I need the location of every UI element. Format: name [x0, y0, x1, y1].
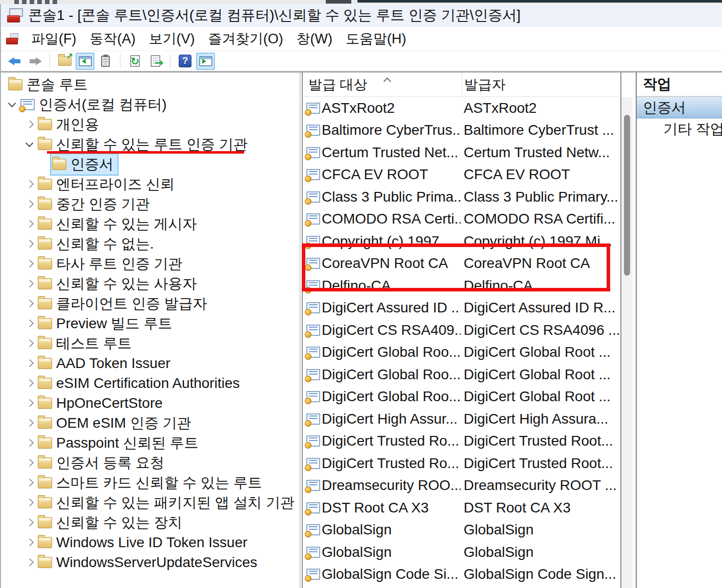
table-row[interactable]: DST Root CA X3DST Root CA X3 [303, 497, 620, 519]
tree-item-label-wrap[interactable]: 인증서(로컬 컴퓨터) [18, 93, 172, 116]
tree-item-label-wrap[interactable]: 엔터프라이즈 신뢰 [36, 173, 180, 195]
chevron-right-icon[interactable] [23, 477, 36, 489]
scrollbar-thumb[interactable] [624, 115, 630, 276]
clipboard-button[interactable] [96, 53, 115, 70]
chevron-right-icon[interactable] [23, 437, 36, 449]
tree-item[interactable]: 인증서 등록 요청 [1, 453, 300, 473]
show-action-pane-button[interactable] [196, 53, 215, 70]
tree-item[interactable]: HpOneCertStore [1, 393, 300, 413]
tree-item-label-wrap[interactable]: eSIM Certification Authorities [36, 374, 245, 393]
chevron-right-icon[interactable] [23, 497, 36, 509]
chevron-right-icon[interactable] [23, 377, 36, 389]
table-row[interactable]: Class 3 Public Prima...Class 3 Public Pr… [303, 186, 620, 208]
tree-item-label-wrap[interactable]: Passpoint 신뢰된 루트 [36, 432, 204, 454]
forward-arrow-button[interactable] [26, 53, 44, 70]
tree-item-label-wrap[interactable]: 테스트 루트 [36, 332, 137, 355]
tree-item[interactable]: 테스트 루트 [1, 333, 300, 353]
table-row[interactable]: DigiCert Global Roo...DigiCert Global Ro… [303, 386, 620, 408]
tree-item[interactable]: 콘솔 루트 [1, 75, 300, 94]
export-list-button[interactable] [146, 53, 165, 70]
table-row[interactable]: DigiCert Trusted Ro...DigiCert Trusted R… [303, 452, 620, 475]
table-row[interactable]: GlobalSign Code Si...GlobalSign Code Sig… [303, 564, 620, 586]
chevron-right-icon[interactable] [23, 238, 36, 250]
tree-item-label-wrap[interactable]: 신뢰할 수 있는 사용자 [36, 273, 202, 295]
back-arrow-button[interactable] [5, 53, 24, 70]
chevron-down-icon[interactable] [23, 138, 36, 151]
chevron-right-icon[interactable] [23, 218, 36, 230]
chevron-right-icon[interactable] [23, 258, 36, 270]
tree-item-label-wrap[interactable]: 신뢰할 수 없는. [36, 233, 159, 255]
tree-item[interactable]: 클라이언트 인증 발급자 [1, 293, 300, 313]
chevron-right-icon[interactable] [23, 417, 36, 429]
actions-group-certificates[interactable]: 인증서 [637, 97, 722, 118]
tree-item-label-wrap[interactable]: 인증서 [50, 153, 118, 176]
help-button[interactable] [176, 53, 195, 70]
chevron-right-icon[interactable] [23, 198, 36, 210]
tree-item[interactable]: Passpoint 신뢰된 루트 [1, 433, 300, 453]
menu-item[interactable]: 파일(F) [25, 28, 83, 50]
chevron-right-icon[interactable] [23, 118, 36, 131]
menu-item[interactable]: 보기(V) [142, 28, 201, 50]
table-row[interactable]: DigiCert High Assur...DigiCert High Assu… [303, 408, 620, 430]
chevron-down-icon[interactable] [6, 99, 18, 111]
chevron-right-icon[interactable] [23, 357, 36, 370]
tree-item[interactable]: 신뢰할 수 있는 사용자 [1, 274, 300, 293]
tree-item[interactable]: 신뢰할 수 있는 패키지된 앱 설치 기관 [1, 493, 300, 512]
tree-item-label-wrap[interactable]: 타사 루트 인증 기관 [36, 253, 187, 275]
menu-item[interactable]: 동작(A) [83, 28, 142, 50]
table-row[interactable]: GlobalSignGlobalSign [303, 541, 620, 564]
table-row[interactable]: DigiCert CS RSA409...DigiCert CS RSA4096… [303, 319, 620, 341]
table-row[interactable]: DigiCert Assured ID ...DigiCert Assured … [303, 297, 620, 320]
table-row[interactable]: GlobalSignGlobalSign [303, 519, 620, 542]
tree-item-label-wrap[interactable]: Preview 빌드 루트 [36, 312, 177, 335]
up-folder-button[interactable] [55, 53, 74, 70]
tree-item[interactable]: OEM eSIM 인증 기관 [1, 413, 300, 433]
chevron-right-icon[interactable] [23, 457, 36, 469]
tree-item[interactable]: 스마트 카드 신뢰할 수 있는 루트 [1, 473, 300, 493]
chevron-right-icon[interactable] [23, 317, 36, 330]
tree-item-label-wrap[interactable]: HpOneCertStore [36, 394, 168, 413]
table-row[interactable]: Certum Trusted Net...Certum Trusted Netw… [303, 141, 620, 164]
tree-item[interactable]: Windows Live ID Token Issuer [1, 532, 300, 552]
show-console-tree-button[interactable] [76, 53, 94, 70]
tree-item-label-wrap[interactable]: 스마트 카드 신뢰할 수 있는 루트 [36, 472, 267, 494]
tree-item-label-wrap[interactable]: 인증서 등록 요청 [36, 452, 170, 474]
action-item-more-actions[interactable]: 기타 작업 [637, 118, 722, 140]
tree-item-label-wrap[interactable]: 신뢰할 수 있는 장치 [36, 511, 187, 534]
chevron-right-icon[interactable] [23, 536, 36, 549]
tree-item[interactable]: 개인용 [1, 114, 300, 134]
tree-item-label-wrap[interactable]: WindowsServerUpdateServices [36, 553, 262, 572]
tree-item-label-wrap[interactable]: 중간 인증 기관 [36, 193, 155, 215]
table-row[interactable]: ASTxRoot2ASTxRoot2 [303, 97, 620, 119]
refresh-button[interactable] [126, 53, 145, 70]
tree-item[interactable]: 신뢰할 수 없는. [1, 234, 300, 254]
chevron-right-icon[interactable] [23, 178, 36, 190]
tree-item[interactable]: 신뢰할 수 있는 장치 [1, 512, 300, 532]
tree-item-label-wrap[interactable]: Windows Live ID Token Issuer [36, 533, 253, 552]
tree-item[interactable]: WindowsServerUpdateServices [1, 552, 300, 572]
chevron-right-icon[interactable] [23, 397, 36, 409]
menu-item[interactable]: 즐겨찾기(O) [201, 28, 290, 50]
chevron-right-icon[interactable] [23, 298, 36, 310]
tree-item-label-wrap[interactable]: 신뢰할 수 있는 패키지된 앱 설치 기관 [36, 492, 300, 514]
tree-item[interactable]: 인증서(로컬 컴퓨터) [1, 94, 300, 114]
tree-item[interactable]: 인증서 [1, 154, 300, 174]
table-row[interactable]: DigiCert Global Roo...DigiCert Global Ro… [303, 341, 620, 364]
chevron-right-icon[interactable] [23, 337, 36, 350]
tree-item[interactable]: 중간 인증 기관 [1, 194, 300, 214]
table-row[interactable]: DigiCert Global Roo...DigiCert Global Ro… [303, 363, 620, 386]
chevron-right-icon[interactable] [23, 556, 36, 569]
table-row[interactable]: DigiCert Trusted Ro...DigiCert Trusted R… [303, 430, 620, 453]
tree-item-label-wrap[interactable]: 콘솔 루트 [6, 74, 93, 96]
table-row[interactable]: Dreamsecurity ROO...Dreamsecurity ROOT .… [303, 475, 620, 497]
tree-item[interactable]: eSIM Certification Authorities [1, 373, 300, 393]
table-row[interactable]: Baltimore CyberTrus...Baltimore CyberTru… [303, 119, 620, 142]
chevron-right-icon[interactable] [23, 517, 36, 529]
scrollbar-track[interactable] [621, 97, 633, 588]
tree-item-label-wrap[interactable]: AAD Token Issuer [36, 354, 176, 373]
column-header-issued-to[interactable]: 발급 대상 [303, 72, 462, 96]
tree-item-label-wrap[interactable]: 신뢰할 수 있는 게시자 [36, 213, 202, 235]
tree-item[interactable]: Preview 빌드 루트 [1, 313, 300, 333]
column-header-issued-by[interactable]: 발급자 [462, 72, 620, 96]
tree-item[interactable]: 엔터프라이즈 신뢰 [1, 174, 300, 194]
